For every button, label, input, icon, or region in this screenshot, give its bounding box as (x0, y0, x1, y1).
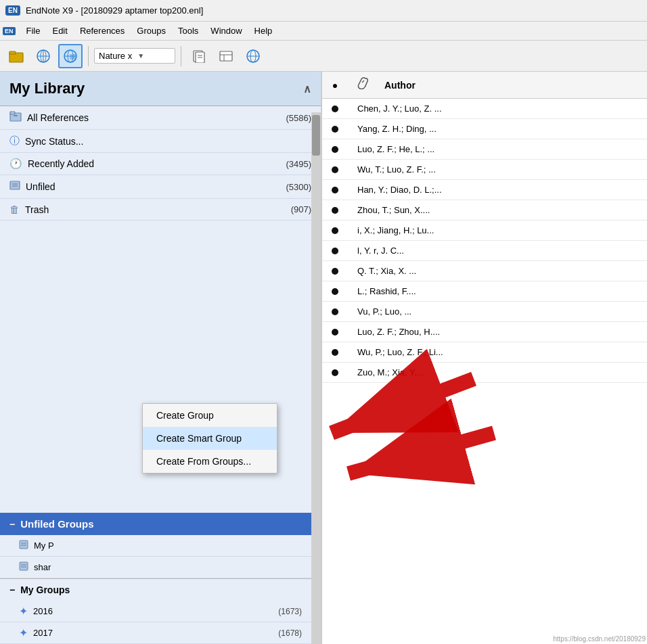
col-header-author: Author (384, 80, 416, 91)
my-p-label: My P (34, 540, 54, 551)
ref-row[interactable]: Wu, P.; Luo, Z. F.; Li... (322, 342, 647, 363)
all-references-count: (5586) (286, 113, 311, 123)
ref-row[interactable]: Vu, P.; Luo, ... (322, 302, 647, 322)
col-header-dot: ● (329, 80, 341, 91)
ref-row[interactable]: L.; Rashid, F.... (322, 281, 647, 302)
ref-author-10: Vu, P.; Luo, ... (357, 306, 640, 317)
ref-author-11: Luo, Z. F.; Zhou, H.... (357, 327, 640, 337)
trash-item[interactable]: 🗑 Trash (907) (0, 199, 321, 221)
ref-row[interactable]: Zuo, M.; Xia, Y.... (322, 363, 647, 383)
shar-label: shar (34, 562, 51, 572)
my-p-subitem[interactable]: My P (0, 535, 321, 557)
ref-author-3: Wu, T.; Luo, Z. F.; ... (357, 164, 640, 175)
left-panel: My Library ∧ All References (5586) ⓘ (0, 72, 322, 644)
ref-row[interactable]: Yang, Z. H.; Ding, ... (322, 119, 647, 139)
references-list: Chen, J. Y.; Luo, Z. ... Yang, Z. H.; Di… (322, 99, 647, 644)
style-name: Nature x (99, 51, 132, 61)
group-2016-label: 2016 (33, 606, 278, 616)
trash-icon: 🗑 (9, 204, 20, 215)
ref-row[interactable]: Q. T.; Xia, X. ... (322, 261, 647, 281)
group-2017-count: (1678) (278, 628, 302, 638)
svg-rect-21 (10, 112, 15, 114)
ref-row[interactable]: Zhou, T.; Sun, X.... (322, 200, 647, 221)
scroll-up-icon[interactable]: ∧ (303, 83, 311, 95)
trash-label: Trash (25, 204, 291, 215)
context-menu: Create Group Create Smart Group Create F… (142, 403, 277, 474)
ref-dot-4 (329, 185, 341, 195)
ref-author-2: Luo, Z. F.; He, L.; ... (357, 144, 640, 154)
unfiled-groups-subitems: My P shar (0, 535, 321, 578)
toolbar: Nature x ▼ (0, 41, 647, 72)
left-panel-scrollbar[interactable] (311, 112, 321, 644)
group-2017-label: 2017 (33, 628, 278, 638)
unfiled-item[interactable]: Unfiled (5300) (0, 175, 321, 199)
ref-dot-5 (329, 206, 341, 215)
all-references-item[interactable]: All References (5586) (0, 106, 321, 130)
copy-formatted-button[interactable] (187, 44, 211, 68)
recently-added-count: (3495) (286, 159, 311, 169)
ref-dot-6 (329, 226, 341, 235)
create-group-menuitem[interactable]: Create Group (143, 404, 277, 427)
integrated-library-button[interactable] (58, 44, 83, 68)
menu-bar: EN File Edit References Groups Tools Win… (0, 22, 647, 41)
ref-row[interactable]: Chen, J. Y.; Luo, Z. ... (322, 99, 647, 119)
menu-tools[interactable]: Tools (173, 24, 204, 38)
ref-dot-13 (329, 368, 341, 377)
menu-edit[interactable]: Edit (47, 24, 72, 38)
ref-author-0: Chen, J. Y.; Luo, Z. ... (357, 104, 640, 114)
group-2017-icon: ✦ (19, 626, 28, 639)
menu-groups[interactable]: Groups (131, 24, 171, 38)
ref-row[interactable]: Luo, Z. F.; He, L.; ... (322, 139, 647, 160)
col-header-attach (355, 77, 371, 93)
ref-dot-1 (329, 124, 341, 134)
create-smart-group-menuitem[interactable]: Create Smart Group (143, 427, 277, 450)
trash-count: (907) (291, 204, 311, 214)
library-title: My Library (9, 80, 85, 97)
scrollbar-thumb[interactable] (312, 115, 320, 156)
unfiled-groups-header[interactable]: − Unfiled Groups (0, 513, 321, 535)
my-groups-header[interactable]: − My Groups (0, 578, 321, 601)
ref-author-5: Zhou, T.; Sun, X.... (357, 205, 640, 215)
open-library-button[interactable] (4, 44, 28, 68)
unfiled-groups-label: Unfiled Groups (20, 518, 93, 530)
ref-row[interactable]: Wu, T.; Luo, Z. F.; ... (322, 160, 647, 180)
ref-dot-7 (329, 246, 341, 256)
ref-row[interactable]: l, Y. r, J. C... (322, 241, 647, 261)
recently-added-icon: 🕐 (9, 158, 22, 170)
my-groups-collapse-icon: − (9, 584, 15, 595)
recently-added-item[interactable]: 🕐 Recently Added (3495) (0, 153, 321, 175)
ref-dot-11 (329, 327, 341, 337)
sync-status-item[interactable]: ⓘ Sync Status... (0, 130, 321, 153)
group-2016-icon: ✦ (19, 605, 28, 618)
all-references-icon (9, 111, 22, 124)
all-references-label: All References (27, 112, 286, 123)
svg-rect-23 (10, 181, 20, 189)
menu-help[interactable]: Help (249, 24, 278, 38)
ref-row[interactable]: Luo, Z. F.; Zhou, H.... (322, 322, 647, 342)
endnote-logo: EN (5, 5, 20, 16)
ref-row[interactable]: i, X.; Jiang, H.; Lu... (322, 221, 647, 241)
menu-window[interactable]: Window (205, 24, 247, 38)
my-groups-label: My Groups (20, 584, 70, 595)
group-2016[interactable]: ✦ 2016 (1673) (0, 601, 321, 622)
unfiled-count: (5300) (286, 182, 311, 192)
unfiled-groups-collapse-icon: − (9, 519, 15, 530)
ref-row[interactable]: Han, Y.; Diao, D. L.;... (322, 180, 647, 200)
ref-dot-12 (329, 348, 341, 357)
watermark: https://blog.csdn.net/20180929 (553, 635, 646, 643)
shar-subitem[interactable]: shar (0, 557, 321, 578)
group-2017[interactable]: ✦ 2017 (1678) (0, 622, 321, 644)
manage-groups-button[interactable] (214, 44, 238, 68)
menu-file[interactable]: File (21, 24, 46, 38)
svg-rect-22 (14, 115, 18, 116)
create-from-groups-menuitem[interactable]: Create From Groups... (143, 450, 277, 473)
references-header: ● Author (322, 72, 647, 99)
ref-author-4: Han, Y.; Diao, D. L.;... (357, 185, 640, 195)
online-search-button[interactable] (31, 44, 55, 68)
online-search-icon-button[interactable] (241, 44, 265, 68)
ref-dot-9 (329, 287, 341, 296)
toolbar-sep-1 (88, 46, 89, 66)
shar-icon (19, 561, 28, 573)
style-dropdown[interactable]: Nature x ▼ (94, 48, 175, 64)
menu-references[interactable]: References (74, 24, 130, 38)
